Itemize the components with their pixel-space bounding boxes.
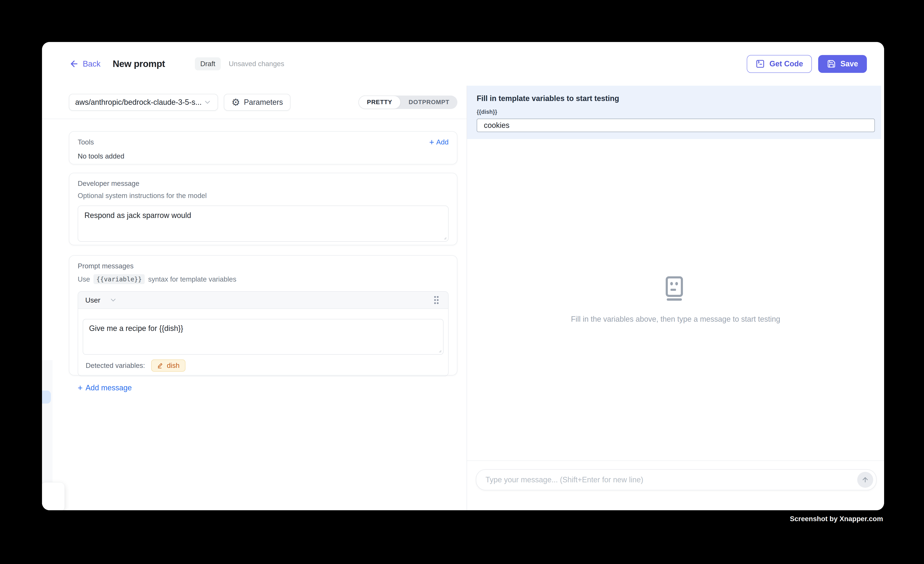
toggle-option-pretty[interactable]: PRETTY <box>358 96 400 109</box>
role-selector-value: User <box>85 296 100 304</box>
developer-message-card: Developer message Optional system instru… <box>69 173 458 245</box>
get-code-label: Get Code <box>770 59 803 68</box>
variables-panel-title: Fill in template variables to start test… <box>477 94 875 103</box>
model-selector[interactable]: aws/anthropic/bedrock-claude-3-5-s... <box>69 94 218 111</box>
code-terminal-icon <box>756 59 765 69</box>
message-block: User Give me a recipe for {{dish}} <box>78 291 448 376</box>
content-split: aws/anthropic/bedrock-claude-3-5-s... ⚙ … <box>42 86 884 510</box>
subtitle-suffix: syntax for template variables <box>148 275 236 283</box>
message-body: Give me a recipe for {{dish}} Detected v… <box>78 309 448 376</box>
chat-message-input[interactable] <box>476 470 857 489</box>
developer-message-title: Developer message <box>78 180 448 188</box>
variable-field-label: {{dish}} <box>477 109 875 115</box>
add-tool-button[interactable]: + Add <box>429 138 448 146</box>
model-selector-value: aws/anthropic/bedrock-claude-3-5-s... <box>75 98 203 106</box>
add-message-label: Add message <box>86 383 132 392</box>
arrow-up-icon <box>861 476 869 484</box>
composer-pill <box>476 469 876 490</box>
detected-variables-label: Detected variables: <box>86 362 145 369</box>
save-floppy-icon <box>827 59 836 68</box>
parameters-label: Parameters <box>244 98 283 106</box>
arrow-left-icon <box>69 59 79 69</box>
role-selector[interactable]: User <box>85 296 117 304</box>
left-edge-active-indicator[interactable] <box>42 390 51 404</box>
save-label: Save <box>840 59 858 68</box>
prompt-messages-card: Prompt messages Use {{variable}} syntax … <box>69 255 458 375</box>
developer-message-subtitle: Optional system instructions for the mod… <box>78 192 448 200</box>
robot-face-icon <box>665 276 686 302</box>
pencil-edit-icon <box>157 362 164 369</box>
tools-title: Tools <box>78 138 94 146</box>
unsaved-changes-text: Unsaved changes <box>229 60 284 68</box>
add-tool-label: Add <box>436 138 448 146</box>
page-title: New prompt <box>112 58 165 69</box>
resize-handle-icon[interactable] <box>441 234 447 240</box>
back-button[interactable]: Back <box>69 59 100 69</box>
get-code-button[interactable]: Get Code <box>747 55 812 73</box>
app-window: Back New prompt Draft Unsaved changes Ge… <box>42 42 884 510</box>
message-composer <box>467 460 884 510</box>
toggle-option-dotprompt[interactable]: DOTPROMPT <box>400 96 458 109</box>
tools-empty-text: No tools added <box>78 152 448 160</box>
back-label: Back <box>83 59 100 69</box>
editor-toolbar: aws/anthropic/bedrock-claude-3-5-s... ⚙ … <box>42 86 466 119</box>
variable-value-input[interactable] <box>477 118 875 132</box>
view-mode-toggle: PRETTY DOTPROMPT <box>358 96 458 109</box>
header: Back New prompt Draft Unsaved changes Ge… <box>42 42 884 86</box>
variable-badge-dish[interactable]: dish <box>151 360 185 372</box>
plus-icon: + <box>78 384 82 392</box>
prompt-editor-pane: aws/anthropic/bedrock-claude-3-5-s... ⚙ … <box>42 86 467 510</box>
drag-handle[interactable] <box>432 295 441 306</box>
resize-handle-icon[interactable] <box>436 348 442 353</box>
chevron-down-icon <box>109 296 117 304</box>
chevron-down-icon <box>203 98 212 106</box>
developer-message-textarea[interactable]: Respond as jack sparrow would <box>78 206 448 242</box>
prompt-messages-title: Prompt messages <box>78 262 448 270</box>
watermark-text: Screenshot by Xnapper.com <box>790 515 883 523</box>
save-button[interactable]: Save <box>818 55 867 73</box>
developer-message-box: Respond as jack sparrow would <box>78 206 448 242</box>
prompt-tester-pane: Fill in template variables to start test… <box>467 86 884 510</box>
variable-syntax-chip: {{variable}} <box>93 274 145 284</box>
detected-variables-row: Detected variables: dish <box>83 360 444 372</box>
variable-badge-label: dish <box>167 362 180 369</box>
message-content-textarea[interactable]: Give me a recipe for {{dish}} <box>83 319 444 355</box>
prompt-messages-subtitle: Use {{variable}} syntax for template var… <box>78 274 448 284</box>
gear-icon: ⚙ <box>231 98 240 107</box>
send-button[interactable] <box>857 472 873 488</box>
tools-card: Tools + Add No tools added <box>69 131 458 164</box>
empty-state-text: Fill in the variables above, then type a… <box>571 315 780 324</box>
drag-dots-icon <box>432 295 441 306</box>
chat-empty-area: Fill in the variables above, then type a… <box>467 139 884 460</box>
subtitle-prefix: Use <box>78 275 90 283</box>
plus-icon: + <box>429 138 434 146</box>
add-message-button[interactable]: + Add message <box>78 383 132 392</box>
parameters-button[interactable]: ⚙ Parameters <box>224 94 290 111</box>
editor-scroll-area: Tools + Add No tools added Developer mes… <box>42 120 466 510</box>
template-variables-panel: Fill in template variables to start test… <box>467 86 881 139</box>
message-header: User <box>78 292 448 309</box>
message-content-box: Give me a recipe for {{dish}} <box>83 319 444 355</box>
status-badge: Draft <box>195 57 221 70</box>
tools-card-header: Tools + Add <box>78 138 448 146</box>
left-edge-card <box>42 482 64 510</box>
